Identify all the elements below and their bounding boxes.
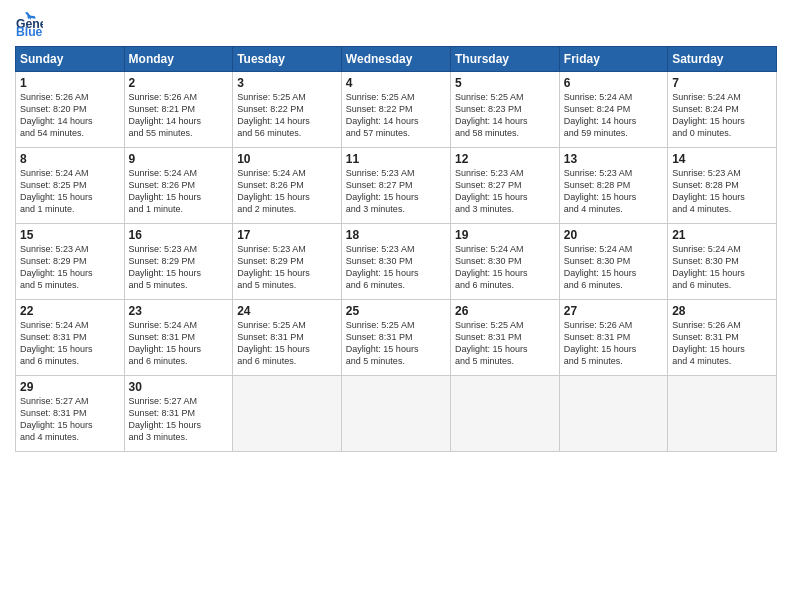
calendar-header-row: Sunday Monday Tuesday Wednesday Thursday…: [16, 47, 777, 72]
week-row-1: 1Sunrise: 5:26 AMSunset: 8:20 PMDaylight…: [16, 72, 777, 148]
day-info: Sunrise: 5:24 AMSunset: 8:30 PMDaylight:…: [564, 243, 663, 292]
day-cell-14: 14Sunrise: 5:23 AMSunset: 8:28 PMDayligh…: [668, 148, 777, 224]
day-info: Sunrise: 5:26 AMSunset: 8:31 PMDaylight:…: [564, 319, 663, 368]
day-info: Sunrise: 5:24 AMSunset: 8:24 PMDaylight:…: [672, 91, 772, 140]
day-info: Sunrise: 5:25 AMSunset: 8:31 PMDaylight:…: [455, 319, 555, 368]
header: General Blue: [15, 10, 777, 38]
day-number: 11: [346, 152, 446, 166]
empty-cell: [668, 376, 777, 452]
day-info: Sunrise: 5:23 AMSunset: 8:27 PMDaylight:…: [455, 167, 555, 216]
page: General Blue Sunday Monday Tuesday Wedne…: [0, 0, 792, 612]
day-info: Sunrise: 5:23 AMSunset: 8:27 PMDaylight:…: [346, 167, 446, 216]
col-saturday: Saturday: [668, 47, 777, 72]
day-number: 19: [455, 228, 555, 242]
day-info: Sunrise: 5:24 AMSunset: 8:25 PMDaylight:…: [20, 167, 120, 216]
day-number: 30: [129, 380, 229, 394]
day-number: 28: [672, 304, 772, 318]
day-cell-10: 10Sunrise: 5:24 AMSunset: 8:26 PMDayligh…: [233, 148, 342, 224]
day-info: Sunrise: 5:25 AMSunset: 8:31 PMDaylight:…: [346, 319, 446, 368]
day-number: 12: [455, 152, 555, 166]
day-number: 7: [672, 76, 772, 90]
week-row-2: 8Sunrise: 5:24 AMSunset: 8:25 PMDaylight…: [16, 148, 777, 224]
day-info: Sunrise: 5:23 AMSunset: 8:29 PMDaylight:…: [237, 243, 337, 292]
day-cell-4: 4Sunrise: 5:25 AMSunset: 8:22 PMDaylight…: [341, 72, 450, 148]
day-number: 20: [564, 228, 663, 242]
day-cell-30: 30Sunrise: 5:27 AMSunset: 8:31 PMDayligh…: [124, 376, 233, 452]
day-info: Sunrise: 5:27 AMSunset: 8:31 PMDaylight:…: [129, 395, 229, 444]
day-number: 4: [346, 76, 446, 90]
day-number: 21: [672, 228, 772, 242]
day-info: Sunrise: 5:24 AMSunset: 8:30 PMDaylight:…: [672, 243, 772, 292]
col-monday: Monday: [124, 47, 233, 72]
day-cell-19: 19Sunrise: 5:24 AMSunset: 8:30 PMDayligh…: [450, 224, 559, 300]
day-cell-16: 16Sunrise: 5:23 AMSunset: 8:29 PMDayligh…: [124, 224, 233, 300]
day-number: 29: [20, 380, 120, 394]
day-number: 25: [346, 304, 446, 318]
day-cell-18: 18Sunrise: 5:23 AMSunset: 8:30 PMDayligh…: [341, 224, 450, 300]
col-tuesday: Tuesday: [233, 47, 342, 72]
day-cell-12: 12Sunrise: 5:23 AMSunset: 8:27 PMDayligh…: [450, 148, 559, 224]
day-cell-7: 7Sunrise: 5:24 AMSunset: 8:24 PMDaylight…: [668, 72, 777, 148]
day-info: Sunrise: 5:24 AMSunset: 8:24 PMDaylight:…: [564, 91, 663, 140]
day-number: 14: [672, 152, 772, 166]
day-cell-6: 6Sunrise: 5:24 AMSunset: 8:24 PMDaylight…: [559, 72, 667, 148]
day-cell-26: 26Sunrise: 5:25 AMSunset: 8:31 PMDayligh…: [450, 300, 559, 376]
day-cell-23: 23Sunrise: 5:24 AMSunset: 8:31 PMDayligh…: [124, 300, 233, 376]
day-number: 27: [564, 304, 663, 318]
day-info: Sunrise: 5:23 AMSunset: 8:29 PMDaylight:…: [20, 243, 120, 292]
day-cell-20: 20Sunrise: 5:24 AMSunset: 8:30 PMDayligh…: [559, 224, 667, 300]
week-row-5: 29Sunrise: 5:27 AMSunset: 8:31 PMDayligh…: [16, 376, 777, 452]
day-info: Sunrise: 5:25 AMSunset: 8:22 PMDaylight:…: [346, 91, 446, 140]
day-info: Sunrise: 5:25 AMSunset: 8:31 PMDaylight:…: [237, 319, 337, 368]
week-row-4: 22Sunrise: 5:24 AMSunset: 8:31 PMDayligh…: [16, 300, 777, 376]
day-cell-29: 29Sunrise: 5:27 AMSunset: 8:31 PMDayligh…: [16, 376, 125, 452]
col-thursday: Thursday: [450, 47, 559, 72]
day-cell-9: 9Sunrise: 5:24 AMSunset: 8:26 PMDaylight…: [124, 148, 233, 224]
day-cell-8: 8Sunrise: 5:24 AMSunset: 8:25 PMDaylight…: [16, 148, 125, 224]
day-cell-28: 28Sunrise: 5:26 AMSunset: 8:31 PMDayligh…: [668, 300, 777, 376]
svg-text:Blue: Blue: [16, 25, 43, 38]
day-cell-27: 27Sunrise: 5:26 AMSunset: 8:31 PMDayligh…: [559, 300, 667, 376]
day-info: Sunrise: 5:24 AMSunset: 8:31 PMDaylight:…: [129, 319, 229, 368]
day-number: 24: [237, 304, 337, 318]
col-wednesday: Wednesday: [341, 47, 450, 72]
day-number: 26: [455, 304, 555, 318]
day-cell-15: 15Sunrise: 5:23 AMSunset: 8:29 PMDayligh…: [16, 224, 125, 300]
day-info: Sunrise: 5:25 AMSunset: 8:23 PMDaylight:…: [455, 91, 555, 140]
day-info: Sunrise: 5:26 AMSunset: 8:31 PMDaylight:…: [672, 319, 772, 368]
day-info: Sunrise: 5:24 AMSunset: 8:26 PMDaylight:…: [129, 167, 229, 216]
col-sunday: Sunday: [16, 47, 125, 72]
day-cell-3: 3Sunrise: 5:25 AMSunset: 8:22 PMDaylight…: [233, 72, 342, 148]
logo-icon: General Blue: [15, 10, 43, 38]
day-info: Sunrise: 5:25 AMSunset: 8:22 PMDaylight:…: [237, 91, 337, 140]
day-cell-22: 22Sunrise: 5:24 AMSunset: 8:31 PMDayligh…: [16, 300, 125, 376]
day-cell-24: 24Sunrise: 5:25 AMSunset: 8:31 PMDayligh…: [233, 300, 342, 376]
day-cell-13: 13Sunrise: 5:23 AMSunset: 8:28 PMDayligh…: [559, 148, 667, 224]
empty-cell: [341, 376, 450, 452]
day-info: Sunrise: 5:23 AMSunset: 8:28 PMDaylight:…: [672, 167, 772, 216]
day-number: 22: [20, 304, 120, 318]
empty-cell: [233, 376, 342, 452]
day-number: 6: [564, 76, 663, 90]
day-cell-1: 1Sunrise: 5:26 AMSunset: 8:20 PMDaylight…: [16, 72, 125, 148]
day-number: 13: [564, 152, 663, 166]
calendar-table: Sunday Monday Tuesday Wednesday Thursday…: [15, 46, 777, 452]
day-cell-17: 17Sunrise: 5:23 AMSunset: 8:29 PMDayligh…: [233, 224, 342, 300]
day-info: Sunrise: 5:27 AMSunset: 8:31 PMDaylight:…: [20, 395, 120, 444]
day-number: 16: [129, 228, 229, 242]
day-info: Sunrise: 5:24 AMSunset: 8:26 PMDaylight:…: [237, 167, 337, 216]
day-number: 2: [129, 76, 229, 90]
empty-cell: [559, 376, 667, 452]
day-cell-5: 5Sunrise: 5:25 AMSunset: 8:23 PMDaylight…: [450, 72, 559, 148]
day-cell-25: 25Sunrise: 5:25 AMSunset: 8:31 PMDayligh…: [341, 300, 450, 376]
day-info: Sunrise: 5:26 AMSunset: 8:20 PMDaylight:…: [20, 91, 120, 140]
day-number: 8: [20, 152, 120, 166]
day-number: 10: [237, 152, 337, 166]
day-number: 15: [20, 228, 120, 242]
day-cell-11: 11Sunrise: 5:23 AMSunset: 8:27 PMDayligh…: [341, 148, 450, 224]
day-number: 18: [346, 228, 446, 242]
empty-cell: [450, 376, 559, 452]
day-number: 1: [20, 76, 120, 90]
day-cell-21: 21Sunrise: 5:24 AMSunset: 8:30 PMDayligh…: [668, 224, 777, 300]
week-row-3: 15Sunrise: 5:23 AMSunset: 8:29 PMDayligh…: [16, 224, 777, 300]
